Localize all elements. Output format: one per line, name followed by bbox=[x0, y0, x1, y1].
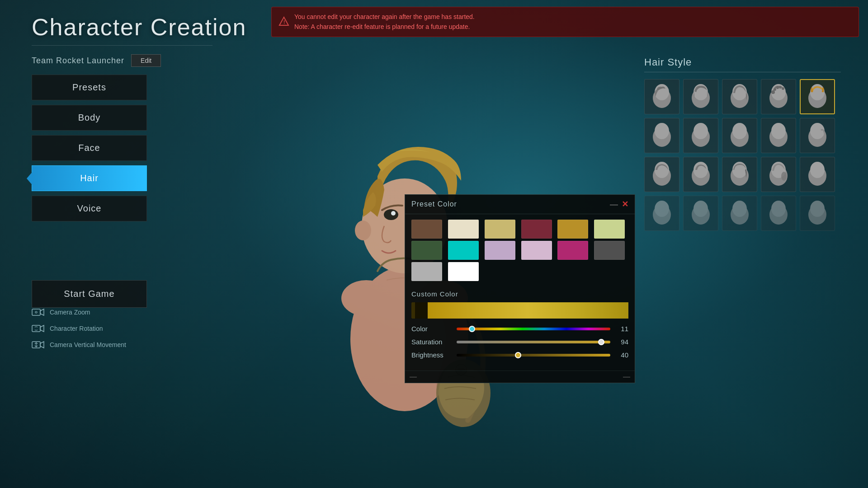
brightness-slider-thumb[interactable] bbox=[515, 352, 521, 358]
hair-item-2[interactable] bbox=[683, 79, 718, 114]
swatch-12[interactable] bbox=[594, 241, 625, 260]
hair-item-19[interactable] bbox=[761, 196, 796, 231]
svg-point-43 bbox=[771, 123, 786, 139]
svg-point-31 bbox=[776, 86, 779, 89]
swatch-4[interactable] bbox=[521, 220, 552, 239]
svg-point-58 bbox=[655, 201, 669, 217]
brightness-slider[interactable] bbox=[457, 354, 610, 357]
nav-btn-face[interactable]: Face bbox=[32, 135, 147, 161]
panel-close-button[interactable]: ✕ bbox=[622, 199, 628, 209]
color-label: Color bbox=[411, 325, 452, 333]
hair-item-11[interactable] bbox=[644, 157, 679, 192]
color-slider-thumb[interactable] bbox=[469, 326, 475, 332]
saturation-label: Saturation bbox=[411, 338, 452, 346]
color-preview-bar bbox=[411, 302, 628, 319]
svg-marker-3 bbox=[40, 309, 44, 315]
hair-item-10[interactable] bbox=[800, 118, 835, 153]
control-camera-vertical: Camera Vertical Movement bbox=[32, 340, 126, 350]
color-value: 11 bbox=[615, 325, 628, 333]
color-slider[interactable] bbox=[457, 328, 610, 330]
saturation-slider-row: Saturation 94 bbox=[411, 338, 628, 346]
hair-item-9[interactable] bbox=[761, 118, 796, 153]
svg-point-29 bbox=[771, 90, 775, 94]
hair-item-1[interactable] bbox=[644, 79, 679, 114]
hair-item-6[interactable] bbox=[644, 118, 679, 153]
svg-point-33 bbox=[782, 87, 784, 90]
swatch-1[interactable] bbox=[411, 220, 442, 239]
svg-point-15 bbox=[384, 209, 398, 220]
swatch-11[interactable] bbox=[557, 241, 588, 260]
saturation-slider[interactable] bbox=[457, 341, 610, 343]
hair-style-panel: Hair Style bbox=[644, 56, 841, 231]
svg-text:!: ! bbox=[283, 19, 285, 25]
nav-btn-presets[interactable]: Presets bbox=[32, 75, 147, 100]
hair-item-13[interactable] bbox=[722, 157, 757, 192]
svg-marker-8 bbox=[40, 342, 44, 348]
svg-point-32 bbox=[779, 86, 782, 89]
svg-point-56 bbox=[810, 162, 825, 178]
camera-zoom-label: Camera Zoom bbox=[50, 309, 90, 316]
hair-item-18[interactable] bbox=[722, 196, 757, 231]
hair-item-12[interactable] bbox=[683, 157, 718, 192]
svg-point-45 bbox=[810, 123, 825, 139]
panel-header: Preset Color — ✕ bbox=[405, 195, 635, 214]
char-name: Team Rocket Launcher bbox=[32, 56, 124, 66]
char-rotation-icon bbox=[32, 324, 44, 333]
saturation-slider-thumb[interactable] bbox=[598, 339, 604, 345]
svg-point-62 bbox=[732, 201, 747, 217]
preset-color-panel: Preset Color — ✕ Custom Color bbox=[405, 194, 635, 383]
nav-btn-voice[interactable]: Voice bbox=[32, 196, 147, 221]
color-slider-row: Color 11 bbox=[411, 325, 628, 333]
color-grid bbox=[405, 214, 635, 286]
svg-point-41 bbox=[732, 123, 747, 139]
svg-point-30 bbox=[774, 88, 776, 91]
hair-grid bbox=[644, 79, 841, 231]
panel-bottom-minimize[interactable]: — bbox=[410, 373, 417, 381]
edit-button[interactable]: Edit bbox=[131, 54, 161, 67]
hair-item-7[interactable] bbox=[683, 118, 718, 153]
hair-style-title: Hair Style bbox=[644, 56, 841, 72]
hair-item-14[interactable] bbox=[761, 157, 796, 192]
swatch-8[interactable] bbox=[448, 241, 479, 260]
panel-minimize-button[interactable]: — bbox=[610, 200, 618, 209]
svg-point-16 bbox=[391, 211, 396, 216]
hair-item-3[interactable] bbox=[722, 79, 757, 114]
swatch-7[interactable] bbox=[411, 241, 442, 260]
custom-color-section: Custom Color Color 11 Saturation bbox=[405, 286, 635, 371]
control-character-rotation: Character Rotation bbox=[32, 324, 126, 333]
swatch-2[interactable] bbox=[448, 220, 479, 239]
swatch-10[interactable] bbox=[521, 241, 552, 260]
hair-item-8[interactable] bbox=[722, 118, 757, 153]
hair-item-20[interactable] bbox=[800, 196, 835, 231]
start-game-button[interactable]: Start Game bbox=[32, 280, 147, 308]
swatch-6[interactable] bbox=[594, 220, 625, 239]
camera-zoom-icon bbox=[32, 307, 44, 317]
swatch-9[interactable] bbox=[485, 241, 515, 260]
preset-color-title: Preset Color bbox=[411, 200, 457, 208]
swatch-5[interactable] bbox=[557, 220, 588, 239]
hair-item-15[interactable] bbox=[800, 157, 835, 192]
svg-point-4 bbox=[35, 311, 37, 313]
panel-bottom-bar: — — bbox=[405, 371, 635, 383]
swatch-14[interactable] bbox=[448, 262, 479, 281]
warning-banner: ! You cannot edit your character again a… bbox=[271, 7, 859, 37]
hair-item-16[interactable] bbox=[644, 196, 679, 231]
camera-vertical-label: Camera Vertical Movement bbox=[50, 341, 126, 348]
hair-item-5[interactable] bbox=[800, 79, 835, 114]
hair-item-4[interactable] bbox=[761, 79, 796, 114]
swatch-3[interactable] bbox=[485, 220, 515, 239]
panel-bottom-right[interactable]: — bbox=[623, 373, 630, 381]
hair-item-17[interactable] bbox=[683, 196, 718, 231]
saturation-value: 94 bbox=[615, 338, 628, 346]
nav-btn-hair[interactable]: Hair bbox=[32, 165, 147, 191]
swatch-13[interactable] bbox=[411, 262, 442, 281]
svg-point-17 bbox=[341, 280, 391, 316]
svg-point-64 bbox=[771, 201, 786, 217]
warning-line1: You cannot edit your character again aft… bbox=[294, 12, 852, 22]
svg-point-66 bbox=[810, 201, 825, 217]
brightness-value: 40 bbox=[615, 351, 628, 359]
camera-vertical-icon bbox=[32, 340, 44, 350]
nav-btn-body[interactable]: Body bbox=[32, 105, 147, 131]
svg-point-54 bbox=[781, 172, 787, 181]
svg-rect-5 bbox=[32, 325, 40, 332]
